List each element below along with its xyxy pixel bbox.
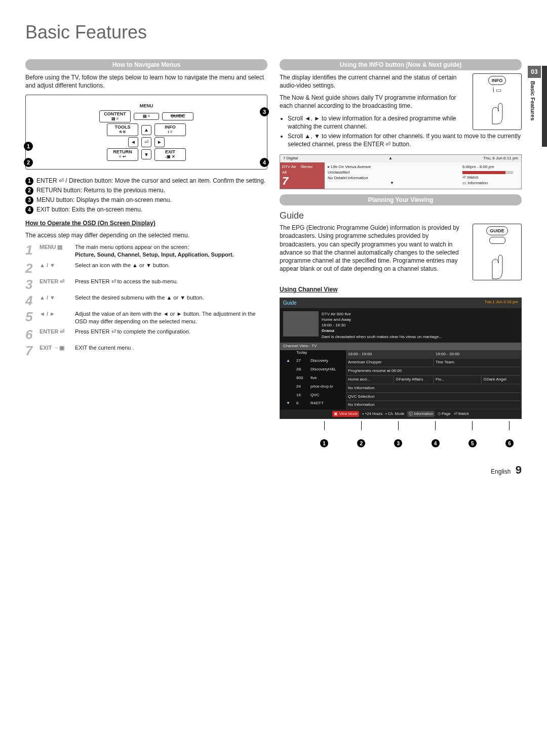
gs-programme-cell: No Information (346, 401, 521, 409)
osd-num-5: 5 (25, 310, 40, 325)
tools-label: TOOLS (115, 124, 131, 130)
gs-foot-page: ◇ Page (438, 411, 451, 416)
left-column: How to Navigate Menus Before using the T… (25, 55, 267, 448)
gs-row-arrow (280, 393, 296, 401)
legend-item-2: 2RETURN button: Returns to the previous … (25, 186, 267, 195)
gs-row: 800fiveHome and...⊙Family AffairsFiv...⊙… (280, 375, 521, 384)
gs-today: Today (296, 350, 310, 359)
navigate-intro: Before using the TV, follow the steps be… (25, 73, 267, 90)
gs-thumbnail (283, 311, 319, 337)
gs-row-arrow: ▲ (280, 358, 296, 367)
osd-desc-5: Adjust the value of an item with the ◄ o… (75, 310, 267, 325)
info-glyph-icon: i ▭ (473, 86, 521, 94)
osd-key-6: ENTER ⏎ (40, 328, 75, 341)
gs-row: 24price-drop.tvNo Information (280, 384, 521, 393)
gs-meta-desc: Dani is devastated when scott makes clea… (322, 334, 442, 340)
nn-progress-bar (462, 171, 513, 174)
osd-heading: How to Operate the OSD (On Screen Displa… (25, 219, 267, 227)
nn-all: All (282, 170, 323, 176)
gs-meta-ch: DTV Air 800 five (322, 311, 442, 317)
gs-row-progs: No Information (346, 384, 521, 393)
content-icon: ▤ ≡ (111, 116, 119, 121)
legend-text-3: MENU button: Displays the main on-screen… (36, 196, 172, 204)
nn-time: 6:00pm - 8:00 pm (462, 164, 518, 170)
gs-row-channel: five (310, 375, 346, 384)
nn-channel: 7 Digital (283, 156, 298, 161)
osd-desc-4: Select the desired submenu with the ▲ or… (75, 294, 267, 307)
gs-meta-genre: Drama (322, 328, 442, 333)
guide-callouts: 1 2 3 4 5 6 (280, 421, 522, 447)
gs-foot-24h: ▪ +24 Hours (362, 411, 382, 416)
osd-desc-1-text: The main menu options appear on the scre… (75, 244, 189, 250)
gs-callout-6: 6 (505, 439, 514, 447)
footer-lang: English (491, 468, 511, 475)
osd-note: The access step may differ depending on … (25, 231, 267, 239)
osd-num-3: 3 (25, 278, 40, 291)
gs-row-arrow: ▼ (280, 401, 296, 409)
info-icon: i ≡ (168, 130, 172, 134)
osd-desc-6: Press ENTER ⏎ to complete the configurat… (75, 328, 267, 341)
nn-date: Thu, 6 Jun 6:11 pm (483, 156, 518, 161)
osd-desc-2: Select an icon with the ▲ or ▼ button. (75, 262, 267, 275)
gs-ch-header (310, 350, 346, 359)
legend-item-1: 1ENTER ⏎ / Direction button: Move the cu… (25, 177, 267, 185)
chapter-label: Basic Features (528, 79, 537, 122)
side-dark-strip (542, 66, 547, 147)
osd-desc-1-bold: Picture, Sound, Channel, Setup, Input, A… (75, 251, 234, 258)
callout-1: 1 (24, 142, 33, 151)
gs-row-channel: DiscoveryH&L (310, 367, 346, 375)
footer-page-number: 9 (516, 464, 522, 476)
guide-screen: Guide Tue,1 Jun 2:10 pm DTV Air 800 five… (280, 298, 522, 419)
gs-callout-5: 5 (468, 439, 477, 447)
gs-time-1: 18:00 - 19:00 (346, 350, 434, 359)
gs-callout-1: 1 (320, 439, 328, 447)
legend-text-1: ENTER ⏎ / Direction button: Move the cur… (36, 177, 265, 185)
legend-text-2: RETURN button: Returns to the previous m… (36, 186, 165, 194)
nn-info: ▭ Information (462, 181, 518, 186)
callout-2: 2 (24, 158, 33, 167)
gs-row-channel: Discovery (310, 358, 346, 367)
osd-key-4: ▲ / ▼ (40, 294, 75, 307)
exit-label: EXIT (165, 149, 175, 154)
osd-key-3: ENTER ⏎ (40, 278, 75, 291)
content-label: CONTENT (104, 111, 126, 116)
enter-icon: ⏎ (141, 137, 151, 147)
legend-text-4: EXIT button: Exits the on-screen menu. (36, 205, 142, 214)
gs-row-num: 6 (296, 401, 310, 409)
right-column: Using the INFO button (Now & Next guide)… (280, 55, 522, 448)
osd-key-7: EXIT →▣ (40, 344, 75, 357)
osd-desc-1: The main menu options appear on the scre… (75, 243, 267, 259)
gs-programme-cell: Tine Team (434, 358, 521, 367)
gs-meta-prog: Home and Away (322, 317, 442, 322)
gs-row-num: 16 (296, 393, 310, 401)
gs-row-progs: Home and...⊙Family AffairsFiv...⊙Dark An… (346, 375, 521, 384)
guide-button-diagram: GUIDE (473, 224, 522, 280)
legend-item-3: 3MENU button: Displays the main on-scree… (25, 196, 267, 204)
now-next-panel: 7 Digital ▲ Thu, 6 Jun 6:11 pm DTV Air S… (280, 154, 522, 189)
page-footer: English 9 (25, 463, 522, 478)
gs-viewbar: Channel View - TV (280, 343, 521, 350)
return-icon: ≡ ↩ (119, 154, 126, 159)
osd-desc-7: EXIT the current menu . (75, 344, 267, 357)
osd-desc-3: Press ENTER ⏎ to access the sub-menu. (75, 278, 267, 291)
nn-dtv: DTV Air (282, 164, 296, 169)
gs-programme-cell: ⊙Family Affairs (394, 375, 434, 384)
left-arrow-icon: ◄ (128, 137, 138, 147)
osd-num-4: 4 (25, 294, 40, 307)
gs-time-2: 19:00 - 20:00 (434, 350, 521, 359)
hand-pressing-guide-icon (482, 246, 513, 281)
gs-foot-info: ⓘ Information (407, 411, 435, 417)
gs-foot-chmode: ▪ Ch. Mode (385, 411, 404, 416)
info-label: INFO (165, 124, 176, 130)
gs-today-col (280, 350, 296, 359)
guide-label: GUIDE (171, 113, 185, 118)
section-info-button: Using the INFO button (Now & Next guide) (280, 59, 522, 70)
gs-row-num: 800 (296, 375, 310, 384)
guide-button-label: GUIDE (486, 226, 508, 235)
up-arrow-icon: ▲ (141, 125, 151, 135)
chapter-number: 03 (528, 66, 541, 78)
using-channel-view: Using Channel View (280, 285, 522, 293)
gs-callout-4: 4 (432, 439, 440, 447)
remote-diagram: 1 2 3 4 MENU CONTENT ▤ ≡ ▤ ≡ GUIDE (25, 95, 267, 170)
gs-programme-cell: Programmes resume at 06:00 (346, 367, 521, 375)
